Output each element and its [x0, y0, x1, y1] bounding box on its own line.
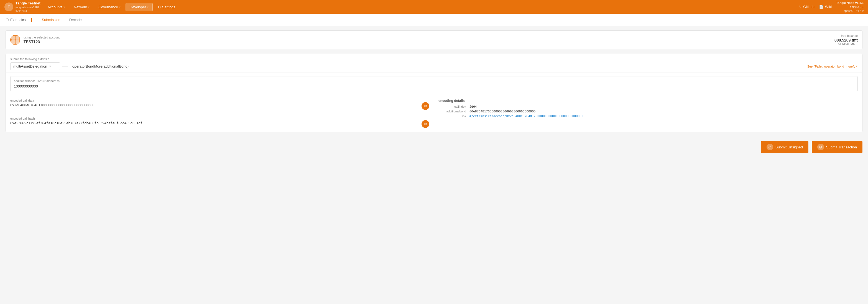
copy-call-hash-button[interactable]: ⧉ — [422, 120, 429, 128]
callindex-row: callindex 2d04 — [438, 105, 858, 108]
additionalbond-key: additionalbond — [438, 110, 466, 113]
extrinsics-icon: ⬡ — [5, 18, 8, 22]
balance-address: 5ERBAHMN... — [834, 42, 858, 46]
free-balance-label: free balance — [834, 34, 858, 37]
main-nav: Accounts ▾ Network ▾ Governance ▾ Develo… — [44, 3, 799, 11]
decode-link[interactable]: #/extrinsics/decode/0x2d0400e87648170000… — [469, 114, 858, 118]
pallet-value: multiAssetDelegation — [13, 64, 47, 68]
node-apps: apps v0.144.2-9 — [836, 9, 864, 13]
account-label: using the selected account — [24, 36, 834, 39]
nav-accounts[interactable]: Accounts ▾ — [44, 3, 69, 11]
block-number: #244,631 — [16, 9, 40, 13]
network-title: Tangle Testnet — [16, 1, 40, 6]
tab-submission[interactable]: Submission — [37, 15, 65, 25]
extrinsics-label: Extrinsics — [10, 18, 26, 22]
param-box: additionalBond: u128 (BalanceOf) 1000000… — [10, 76, 858, 91]
link-row: link #/extrinsics/decode/0x2d0400e876481… — [438, 114, 858, 118]
header: T Tangle Testnet tangle-testnet/1101 #24… — [0, 0, 868, 14]
submit-unsigned-icon: ⊙ — [767, 144, 773, 150]
github-icon: ⑂ — [799, 5, 802, 9]
avatar-cell-2 — [16, 36, 19, 40]
node-api: api v13.2.1 — [836, 5, 864, 9]
submit-unsigned-button[interactable]: ⊙ Submit Unsigned — [761, 141, 808, 153]
encoded-section: encoded call data 0x2d0400e8764817000000… — [6, 95, 862, 132]
call-data-value: 0x2d0400e8764817000000000000000000000000… — [10, 103, 94, 107]
wiki-label: Wiki — [825, 5, 832, 9]
node-title: Tangle Node v1.1.1 — [836, 1, 864, 5]
github-label: GitHub — [803, 5, 814, 9]
call-data-block: encoded call data 0x2d0400e8764817000000… — [10, 99, 429, 110]
submit-transaction-button[interactable]: ⊙ Submit Transaction — [812, 141, 863, 153]
param-value: 100000000000 — [14, 84, 854, 88]
account-row: using the selected account TEST123 free … — [5, 30, 863, 49]
section-label: ⬡ Extrinsics — [5, 18, 32, 22]
method-label: operatorBondMore(additionalBond) — [72, 64, 807, 68]
extrinsic-header: submit the following extrinsic multiAsse… — [6, 54, 862, 73]
call-hash-value: 0xe53865c1795ef364fa18c10e55eb707a22fcb4… — [10, 121, 143, 125]
submit-row: ⊙ Submit Unsigned ⊙ Submit Transaction — [5, 136, 863, 155]
governance-arrow-icon: ▾ — [119, 5, 121, 8]
see-docs-button[interactable]: See ['Pallet::operator_bond_more']. ▾ — [807, 65, 858, 68]
developer-label: Developer — [130, 5, 146, 9]
nav-network[interactable]: Network ▾ — [70, 3, 93, 11]
additionalbond-value: 00e876481700000000000000000000000000 — [469, 110, 858, 113]
call-hash-block: encoded call hash 0xe53865c1795ef364fa18… — [10, 117, 429, 128]
account-info: using the selected account TEST123 — [24, 36, 834, 44]
avatar-cell-1 — [11, 36, 15, 40]
avatar — [10, 35, 20, 45]
wiki-link[interactable]: 📄 Wiki — [819, 5, 832, 9]
developer-arrow-icon: ▾ — [147, 5, 149, 8]
tabs-bar: ⬡ Extrinsics Submission Decode — [0, 14, 868, 26]
pallet-arrow-icon: ▾ — [49, 65, 51, 68]
submit-transaction-icon: ⊙ — [817, 144, 824, 150]
copy-call-data-button[interactable]: ⧉ — [422, 102, 429, 110]
link-key: link — [438, 114, 466, 118]
pallet-selector[interactable]: multiAssetDelegation ▾ — [10, 62, 60, 70]
logo[interactable]: T Tangle Testnet tangle-testnet/1101 #24… — [4, 1, 40, 13]
balance-value: 888.5209 tmt — [834, 38, 858, 42]
nav-settings[interactable]: ⚙ Settings — [154, 3, 179, 11]
logo-icon: T — [4, 2, 13, 11]
see-docs-arrow-icon: ▾ — [856, 65, 858, 68]
submit-transaction-label: Submit Transaction — [826, 145, 857, 149]
header-right: ⑂ GitHub 📄 Wiki Tangle Node v1.1.1 api v… — [799, 1, 864, 13]
accounts-arrow-icon: ▾ — [63, 5, 65, 8]
callindex-key: callindex — [438, 105, 466, 108]
encoding-details: encoding details callindex 2d04 addition… — [434, 95, 862, 132]
call-data-label: encoded call data — [10, 99, 429, 102]
balance-section: free balance 888.5209 tmt 5ERBAHMN... — [834, 34, 858, 46]
settings-gear-icon: ⚙ — [158, 5, 161, 9]
github-link[interactable]: ⑂ GitHub — [799, 5, 814, 9]
submit-unsigned-label: Submit Unsigned — [775, 145, 803, 149]
tab-decode[interactable]: Decode — [65, 15, 86, 25]
call-hash-label: encoded call hash — [10, 117, 429, 120]
see-docs-label: See ['Pallet::operator_bond_more']. — [807, 65, 855, 68]
extrinsic-card: submit the following extrinsic multiAsse… — [5, 54, 863, 132]
network-label: Network — [74, 5, 87, 9]
network-arrow-icon: ▾ — [88, 5, 90, 8]
avatar-cell-4 — [16, 40, 19, 44]
additionalbond-row: additionalbond 00e8764817000000000000000… — [438, 110, 858, 113]
nav-developer[interactable]: Developer ▾ — [126, 3, 153, 11]
accounts-label: Accounts — [48, 5, 62, 9]
governance-label: Governance — [98, 5, 118, 9]
param-label: additionalBond: u128 (BalanceOf) — [14, 79, 854, 82]
extrinsic-header-label: submit the following extrinsic — [10, 57, 858, 61]
nav-governance[interactable]: Governance ▾ — [94, 3, 124, 11]
network-subtitle: tangle-testnet/1101 — [16, 5, 40, 9]
encoded-left: encoded call data 0x2d0400e8764817000000… — [6, 95, 434, 132]
account-name: TEST123 — [24, 40, 834, 44]
node-info: Tangle Node v1.1.1 api v13.2.1 apps v0.1… — [836, 1, 864, 13]
callindex-value: 2d04 — [469, 105, 858, 108]
encoding-title: encoding details — [438, 99, 858, 103]
main-content: using the selected account TEST123 free … — [0, 26, 868, 160]
logo-text: Tangle Testnet tangle-testnet/1101 #244,… — [16, 1, 40, 13]
settings-label: Settings — [162, 5, 175, 9]
wiki-icon: 📄 — [819, 5, 824, 9]
avatar-cell-3 — [11, 40, 15, 44]
extrinsic-selectors: multiAssetDelegation ▾ operatorBondMore(… — [10, 62, 858, 70]
